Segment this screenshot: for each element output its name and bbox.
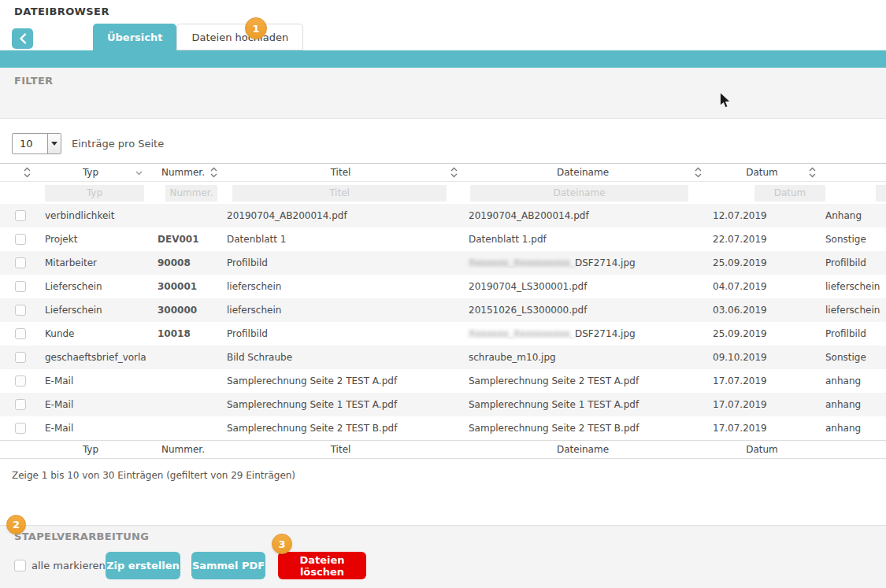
cell-kategorie: Sonstige [819, 234, 886, 245]
cell-kategorie: Profilbild [819, 257, 886, 268]
footer-nummer: Nummer. [146, 441, 221, 458]
cell-nummer: 10018 [146, 328, 221, 339]
tab-bar: Übersicht Dateien hochladen [93, 24, 303, 50]
cell-titel: Profilbild [221, 328, 461, 339]
header-select-column[interactable] [0, 164, 35, 181]
page-size-label: Einträge pro Seite [72, 138, 164, 150]
files-table: Typ Nummer. Titel Dateiname [0, 163, 886, 459]
cell-typ: Mitarbeiter [35, 257, 146, 268]
back-button[interactable] [12, 28, 33, 49]
cell-titel: Samplerechnung Seite 1 TEST A.pdf [221, 399, 461, 410]
footer-datum: Datum [705, 441, 819, 458]
row-checkbox[interactable] [15, 234, 26, 245]
sort-both-icon [809, 167, 816, 178]
table-body: verbindlichkeit 20190704_AB200014.pdf 20… [0, 204, 886, 440]
row-checkbox[interactable] [15, 257, 26, 268]
cell-titel: Samplerechnung Seite 2 TEST B.pdf [221, 423, 461, 434]
cell-typ: Lieferschein [35, 305, 146, 316]
header-typ[interactable]: Typ [35, 164, 146, 181]
cell-dateiname: 20190704_AB200014.pdf [461, 210, 705, 221]
filter-kategorie-input[interactable] [876, 185, 886, 202]
cell-datum: 25.09.2019 [705, 328, 819, 339]
cell-datum: 12.07.2019 [705, 210, 819, 221]
cell-nummer: 300000 [146, 305, 221, 316]
row-checkbox[interactable] [15, 423, 26, 434]
footer-typ: Typ [35, 441, 146, 458]
chevron-left-icon [19, 33, 27, 44]
header-nummer[interactable]: Nummer. [146, 164, 221, 181]
filter-datum-input[interactable] [754, 185, 825, 202]
table-header-row: Typ Nummer. Titel Dateiname [0, 163, 886, 182]
row-checkbox[interactable] [15, 399, 26, 410]
sort-both-icon [24, 167, 31, 178]
cell-titel: Bild Schraube [221, 352, 461, 363]
tab-uebersicht[interactable]: Übersicht [93, 24, 176, 50]
cell-kategorie: lieferschein [819, 281, 886, 292]
page-size-control: 10 Einträge pro Seite [12, 133, 164, 154]
row-checkbox[interactable] [15, 375, 26, 386]
cell-dateiname: Samplerechnung Seite 1 TEST A.pdf [461, 399, 705, 410]
tutorial-badge-2: 2 [6, 515, 26, 534]
row-checkbox[interactable] [15, 305, 26, 316]
select-arrow-icon [47, 134, 61, 153]
row-checkbox[interactable] [15, 210, 26, 221]
sort-both-icon [450, 167, 458, 178]
filter-titel-input[interactable] [232, 185, 447, 202]
sort-both-icon [210, 167, 217, 178]
cell-dateiname: 20151026_LS300000.pdf [461, 305, 705, 316]
table-row: E-Mail Samplerechnung Seite 2 TEST B.pdf… [0, 416, 886, 440]
filter-title: FILTER [14, 75, 53, 87]
cell-datum: 17.07.2019 [705, 423, 819, 434]
cell-datum: 17.07.2019 [705, 375, 819, 386]
cell-dateiname: Xxxxxxx_Xxxxxxxxxx_DSF2714.jpg [461, 328, 705, 339]
table-row: E-Mail Samplerechnung Seite 1 TEST A.pdf… [0, 393, 886, 416]
tutorial-badge-1: 1 [245, 17, 267, 39]
row-checkbox[interactable] [15, 328, 26, 339]
page-title: DATEIBROWSER [14, 6, 109, 17]
cell-kategorie: anhang [819, 423, 886, 434]
cell-typ: Lieferschein [35, 281, 146, 292]
cell-typ: Kunde [35, 328, 146, 339]
header-datum[interactable]: Datum [705, 164, 819, 181]
table-row: Lieferschein 300000 lieferschein 2015102… [0, 298, 886, 322]
header-titel[interactable]: Titel [221, 164, 461, 181]
table-row: Lieferschein 300001 lieferschein 2019070… [0, 275, 886, 298]
header-kategorie [819, 164, 886, 181]
cell-nummer: 90008 [146, 257, 221, 268]
header-dateiname[interactable]: Dateiname [461, 164, 705, 181]
batch-panel: STAPELVERARBEITUNG alle markieren Zip er… [0, 525, 886, 588]
table-row: Mitarbeiter 90008 Profilbild Xxxxxxx_Xxx… [0, 251, 886, 275]
footer-titel: Titel [221, 441, 461, 458]
table-row: verbindlichkeit 20190704_AB200014.pdf 20… [0, 204, 886, 227]
table-row: Projekt DEV001 Datenblatt 1 Datenblatt 1… [0, 227, 886, 251]
zip-erstellen-button[interactable]: Zip erstellen [106, 552, 180, 579]
cell-dateiname: Xxxxxxx_Xxxxxxxxxx_DSF2714.jpg [461, 257, 705, 268]
cell-datum: 22.07.2019 [705, 234, 819, 245]
batch-title: STAPELVERARBEITUNG [14, 531, 149, 542]
sort-both-icon [695, 167, 702, 178]
table-row: geschaeftsbrief_vorlagen Bild Schraube s… [0, 346, 886, 369]
page-size-value: 10 [13, 138, 47, 150]
sammel-pdf-button[interactable]: Sammel PDF [191, 552, 265, 579]
row-checkbox[interactable] [15, 281, 26, 292]
cell-titel: Samplerechnung Seite 2 TEST A.pdf [221, 375, 461, 386]
cell-titel: 20190704_AB200014.pdf [221, 210, 461, 221]
cell-typ: E-Mail [35, 399, 146, 410]
filter-nummer-input[interactable] [165, 185, 217, 202]
table-row: E-Mail Samplerechnung Seite 2 TEST A.pdf… [0, 369, 886, 393]
cell-kategorie: Profilbild [819, 328, 886, 339]
cell-typ: verbindlichkeit [35, 210, 146, 221]
select-all-checkbox[interactable] [14, 560, 26, 571]
cell-titel: Datenblatt 1 [221, 234, 461, 245]
filter-typ-input[interactable] [45, 185, 144, 202]
cell-dateiname: Samplerechnung Seite 2 TEST A.pdf [461, 375, 705, 386]
cell-datum: 17.07.2019 [705, 399, 819, 410]
filter-dateiname-input[interactable] [470, 185, 688, 202]
tab-dateien-hochladen[interactable]: Dateien hochladen [176, 24, 303, 50]
cell-kategorie: Anhang [819, 210, 886, 221]
row-checkbox[interactable] [15, 352, 26, 363]
cell-kategorie: anhang [819, 375, 886, 386]
cell-typ: geschaeftsbrief_vorlagen [35, 352, 146, 363]
page-size-select[interactable]: 10 [12, 133, 61, 154]
dateien-loeschen-button[interactable]: Dateien löschen [278, 552, 366, 579]
